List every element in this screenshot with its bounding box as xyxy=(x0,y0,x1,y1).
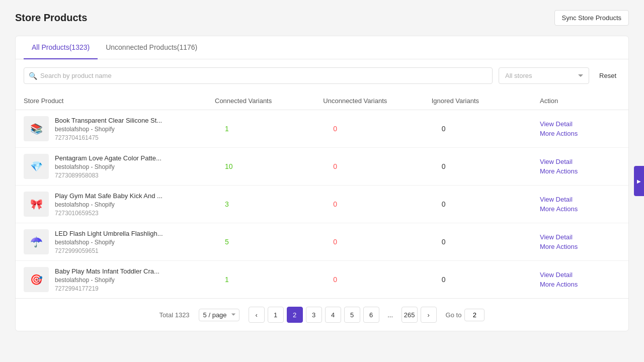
connected-variants-value: 3 xyxy=(215,200,323,208)
more-actions-link[interactable]: More Actions xyxy=(540,243,620,250)
product-name: Play Gym Mat Safe Baby Kick And ... xyxy=(55,192,163,200)
product-id: 7273704161475 xyxy=(55,134,162,141)
product-id: 7273010659523 xyxy=(55,210,163,217)
col-header-connected: Connected Variants xyxy=(215,97,323,105)
table-row: 🎯 Baby Play Mats Infant Toddler Cra... b… xyxy=(16,261,628,298)
more-actions-link[interactable]: More Actions xyxy=(540,205,620,213)
unconnected-variants-value: 0 xyxy=(323,238,431,246)
main-card: All Products(1323) Unconnected Products(… xyxy=(15,36,629,331)
table-header: Store Product Connected Variants Unconne… xyxy=(16,92,628,110)
page-number-button[interactable]: 1 xyxy=(268,307,284,323)
product-thumb: 📚 xyxy=(24,116,49,141)
page-number-button[interactable]: 5 xyxy=(344,307,360,323)
product-id: 7272999059651 xyxy=(55,247,163,254)
action-column: View Detail More Actions xyxy=(540,158,620,175)
action-column: View Detail More Actions xyxy=(540,233,620,250)
unconnected-variants-value: 0 xyxy=(323,125,431,133)
goto-wrapper: Go to xyxy=(446,309,485,321)
col-header-action: Action xyxy=(540,97,620,105)
action-column: View Detail More Actions xyxy=(540,196,620,213)
connected-variants-value: 1 xyxy=(215,125,323,133)
action-column: View Detail More Actions xyxy=(540,120,620,137)
col-header-unconnected: Unconnected Variants xyxy=(323,97,431,105)
ignored-variants-value: 0 xyxy=(432,162,540,170)
page-number-button[interactable]: 3 xyxy=(306,307,322,323)
page-number-button[interactable]: 265 xyxy=(401,307,418,323)
product-details: Baby Play Mats Infant Toddler Cra... bes… xyxy=(55,267,159,292)
search-input[interactable] xyxy=(24,67,493,84)
product-name: Book Transparent Clear Silicone St... xyxy=(55,117,162,124)
product-id: 7272994177219 xyxy=(55,285,159,292)
tab-unconnected-products[interactable]: Unconnected Products(1176) xyxy=(98,36,205,59)
product-id: 7273089958083 xyxy=(55,172,162,179)
reset-button[interactable]: Reset xyxy=(595,70,620,81)
table-row: 📚 Book Transparent Clear Silicone St... … xyxy=(16,110,628,148)
product-name: LED Flash Light Umbrella Flashligh... xyxy=(55,230,163,237)
connected-variants-value: 5 xyxy=(215,238,323,246)
product-details: Book Transparent Clear Silicone St... be… xyxy=(55,117,162,141)
ignored-variants-value: 0 xyxy=(432,125,540,133)
view-detail-link[interactable]: View Detail xyxy=(540,271,620,279)
product-details: LED Flash Light Umbrella Flashligh... be… xyxy=(55,230,163,254)
floating-action-button[interactable]: ▶ xyxy=(634,166,644,196)
col-header-product: Store Product xyxy=(24,97,215,105)
total-count: Total 1323 xyxy=(159,311,190,319)
page-dots: ... xyxy=(382,307,398,323)
product-store: bestolafshop - Shopify xyxy=(55,163,162,170)
view-detail-link[interactable]: View Detail xyxy=(540,233,620,241)
product-store: bestolafshop - Shopify xyxy=(55,201,163,208)
product-store: bestolafshop - Shopify xyxy=(55,126,162,133)
page-number-button[interactable]: 6 xyxy=(363,307,379,323)
unconnected-variants-value: 0 xyxy=(323,200,431,208)
table-row: 🎀 Play Gym Mat Safe Baby Kick And ... be… xyxy=(16,186,628,223)
product-details: Pentagram Love Agate Color Patte... best… xyxy=(55,154,162,179)
page-buttons: 123456...265 xyxy=(268,307,418,323)
product-thumb: 🎀 xyxy=(24,192,49,217)
page-number-button[interactable]: 4 xyxy=(325,307,341,323)
unconnected-variants-value: 0 xyxy=(323,162,431,170)
product-store: bestolafshop - Shopify xyxy=(55,277,159,284)
connected-variants-value: 1 xyxy=(215,276,323,284)
product-thumb: 🎯 xyxy=(24,267,49,292)
store-select[interactable]: All stores xyxy=(499,67,589,84)
product-info: 📚 Book Transparent Clear Silicone St... … xyxy=(24,116,215,141)
page-size-select[interactable]: 5 / page xyxy=(199,309,239,321)
table-row: 💎 Pentagram Love Agate Color Patte... be… xyxy=(16,148,628,186)
next-page-button[interactable]: › xyxy=(421,307,437,323)
product-info: ☂️ LED Flash Light Umbrella Flashligh...… xyxy=(24,229,215,254)
more-actions-link[interactable]: More Actions xyxy=(540,130,620,137)
filters-bar: 🔍 All stores Reset xyxy=(16,59,628,92)
product-info: 🎯 Baby Play Mats Infant Toddler Cra... b… xyxy=(24,267,215,292)
goto-input[interactable] xyxy=(464,309,485,321)
ignored-variants-value: 0 xyxy=(432,276,540,284)
view-detail-link[interactable]: View Detail xyxy=(540,120,620,128)
product-info: 🎀 Play Gym Mat Safe Baby Kick And ... be… xyxy=(24,192,215,217)
tab-all-products[interactable]: All Products(1323) xyxy=(24,36,98,59)
product-store: bestolafshop - Shopify xyxy=(55,239,163,246)
page-title: Store Products xyxy=(15,12,87,24)
more-actions-link[interactable]: More Actions xyxy=(540,167,620,175)
connected-variants-value: 10 xyxy=(215,162,323,170)
page-wrapper: Store Products Sync Store Products All P… xyxy=(0,0,644,362)
prev-page-button[interactable]: ‹ xyxy=(249,307,265,323)
table-row: ☂️ LED Flash Light Umbrella Flashligh...… xyxy=(16,223,628,261)
product-info: 💎 Pentagram Love Agate Color Patte... be… xyxy=(24,154,215,179)
ignored-variants-value: 0 xyxy=(432,200,540,208)
view-detail-link[interactable]: View Detail xyxy=(540,158,620,165)
page-header: Store Products Sync Store Products xyxy=(15,10,629,26)
more-actions-link[interactable]: More Actions xyxy=(540,281,620,288)
ignored-variants-value: 0 xyxy=(432,238,540,246)
unconnected-variants-value: 0 xyxy=(323,276,431,284)
product-thumb: ☂️ xyxy=(24,229,49,254)
view-detail-link[interactable]: View Detail xyxy=(540,196,620,203)
goto-label: Go to xyxy=(446,311,462,319)
search-wrapper: 🔍 xyxy=(24,67,493,84)
product-details: Play Gym Mat Safe Baby Kick And ... best… xyxy=(55,192,163,217)
product-thumb: 💎 xyxy=(24,154,49,179)
product-name: Pentagram Love Agate Color Patte... xyxy=(55,154,162,162)
search-icon: 🔍 xyxy=(29,72,37,80)
product-name: Baby Play Mats Infant Toddler Cra... xyxy=(55,267,159,275)
page-number-button[interactable]: 2 xyxy=(287,307,303,323)
sync-store-products-button[interactable]: Sync Store Products xyxy=(554,10,629,26)
pagination-bar: Total 1323 5 / page ‹ 123456...265 › Go … xyxy=(16,298,628,331)
